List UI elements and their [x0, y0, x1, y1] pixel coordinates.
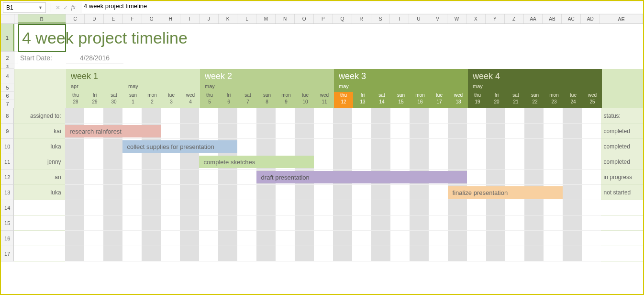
day-17[interactable]: sun15 — [391, 92, 411, 108]
row-header-4[interactable]: 4 — [1, 69, 14, 83]
day-cell-5[interactable] — [161, 246, 180, 261]
day-cell-2[interactable] — [103, 154, 122, 170]
col-header-AB[interactable]: AB — [543, 14, 562, 23]
day-cell-16[interactable] — [371, 185, 390, 200]
col-header-L[interactable]: L — [237, 14, 256, 23]
day-cell-26[interactable] — [563, 200, 582, 216]
row-header-9[interactable]: 9 — [1, 124, 14, 139]
week-4-header[interactable]: week 4maythu19fri20sat21sun22mon23tue24w… — [468, 69, 602, 108]
col-header-Y[interactable]: Y — [486, 14, 505, 23]
day-cell-19[interactable] — [429, 246, 448, 261]
day-cell-3[interactable] — [122, 108, 142, 124]
task-bar-0[interactable]: research rainforest — [65, 125, 161, 137]
day-cell-10[interactable] — [256, 216, 276, 231]
day-cell-2[interactable] — [103, 231, 122, 246]
day-cell-15[interactable] — [352, 231, 371, 246]
day-cell-10[interactable] — [256, 185, 276, 200]
col-header-W[interactable]: W — [447, 14, 466, 23]
day-cell-22[interactable] — [486, 246, 505, 261]
row-header-6[interactable]: 6 — [1, 92, 14, 100]
day-cell-0[interactable] — [65, 246, 84, 261]
day-cell-16[interactable] — [371, 108, 390, 124]
day-cell-19[interactable] — [429, 216, 448, 231]
day-cell-25[interactable] — [544, 216, 563, 231]
cell-AE14[interactable] — [601, 200, 643, 216]
day-cell-4[interactable] — [142, 154, 161, 170]
day-cell-17[interactable] — [390, 154, 410, 170]
day-cell-13[interactable] — [314, 216, 333, 231]
day-cell-9[interactable] — [237, 124, 256, 139]
day-cell-24[interactable] — [524, 231, 544, 246]
day-cell-9[interactable] — [237, 200, 256, 216]
cell-B15[interactable] — [14, 216, 65, 231]
day-cell-26[interactable] — [563, 108, 582, 124]
day-cell-11[interactable] — [276, 108, 295, 124]
day-23[interactable]: sat21 — [506, 92, 525, 108]
day-cell-9[interactable] — [237, 231, 256, 246]
name-box[interactable]: B1 ▼ — [3, 2, 46, 13]
day-cell-13[interactable] — [314, 231, 333, 246]
day-cell-17[interactable] — [390, 108, 410, 124]
day-24[interactable]: sun22 — [525, 92, 544, 108]
day-cell-22[interactable] — [486, 108, 505, 124]
day-cell-10[interactable] — [256, 200, 276, 216]
header-right-blank[interactable] — [602, 69, 644, 108]
day-cell-6[interactable] — [180, 170, 199, 185]
col-header-M[interactable]: M — [256, 14, 276, 23]
day-8[interactable]: fri6 — [219, 92, 238, 108]
day-cell-4[interactable] — [142, 170, 161, 185]
day-cell-18[interactable] — [410, 200, 429, 216]
day-cell-8[interactable] — [218, 216, 237, 231]
row-header-13[interactable]: 13 — [1, 185, 14, 200]
day-27[interactable]: wed25 — [583, 92, 602, 108]
day-cell-3[interactable] — [122, 231, 142, 246]
day-cell-7[interactable] — [199, 231, 218, 246]
day-cell-21[interactable] — [467, 216, 486, 231]
row-header-16[interactable]: 16 — [1, 231, 14, 246]
day-cell-23[interactable] — [505, 231, 524, 246]
header-left-blank[interactable] — [14, 69, 62, 108]
row-header-11[interactable]: 11 — [1, 154, 14, 170]
day-cell-13[interactable] — [314, 124, 333, 139]
col-header-AC[interactable]: AC — [562, 14, 581, 23]
cell-B17[interactable] — [14, 246, 65, 261]
day-cell-2[interactable] — [103, 246, 122, 261]
day-cell-18[interactable] — [410, 246, 429, 261]
day-cell-27[interactable] — [582, 246, 601, 261]
day-cell-6[interactable] — [180, 108, 199, 124]
day-cell-0[interactable] — [65, 231, 84, 246]
day-cell-23[interactable] — [505, 216, 524, 231]
cell-A1[interactable] — [14, 24, 18, 52]
day-cell-9[interactable] — [237, 246, 256, 261]
day-cell-3[interactable] — [122, 185, 142, 200]
day-cell-9[interactable] — [237, 139, 256, 154]
day-cell-22[interactable] — [486, 216, 505, 231]
day-cell-2[interactable] — [103, 108, 122, 124]
day-cell-8[interactable] — [218, 200, 237, 216]
day-cell-11[interactable] — [276, 124, 295, 139]
day-cell-26[interactable] — [563, 124, 582, 139]
day-cell-18[interactable] — [410, 231, 429, 246]
day-cell-12[interactable] — [295, 216, 314, 231]
day-cell-4[interactable] — [142, 216, 161, 231]
week-1-header[interactable]: week 1aprmaythu28fri29sat30sun1mon2tue3w… — [66, 69, 200, 108]
day-cell-11[interactable] — [276, 216, 295, 231]
day-cell-20[interactable] — [448, 231, 467, 246]
day-cell-0[interactable] — [65, 200, 84, 216]
day-cell-15[interactable] — [352, 200, 371, 216]
row-header-7[interactable]: 7 — [1, 100, 14, 108]
day-16[interactable]: sat14 — [372, 92, 391, 108]
day-cell-1[interactable] — [84, 139, 103, 154]
day-1[interactable]: fri29 — [85, 92, 104, 108]
day-cell-27[interactable] — [582, 216, 601, 231]
task-bar-4[interactable]: finalize presentation — [448, 186, 563, 199]
row-2-blank[interactable] — [123, 52, 643, 64]
day-cell-4[interactable] — [142, 185, 161, 200]
day-cell-23[interactable] — [505, 200, 524, 216]
day-cell-17[interactable] — [390, 185, 410, 200]
day-cell-17[interactable] — [390, 231, 410, 246]
day-cell-26[interactable] — [563, 154, 582, 170]
col-header-H[interactable]: H — [161, 14, 180, 23]
day-cell-26[interactable] — [563, 185, 582, 200]
day-cell-6[interactable] — [180, 200, 199, 216]
